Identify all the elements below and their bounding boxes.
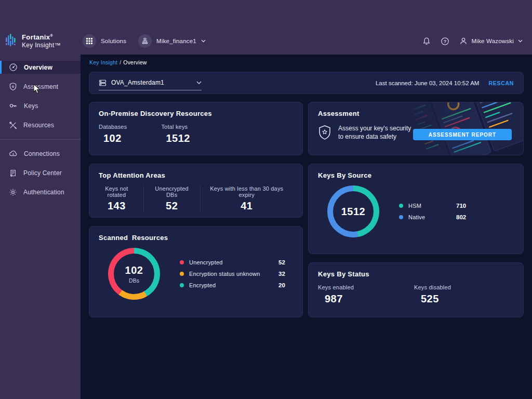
card-scanned-resources: Scanned Resources 102 DBs — [89, 226, 303, 317]
brand-product: Key Insight™ — [22, 42, 61, 49]
registered-mark: ® — [50, 34, 53, 37]
stat-databases: Databases 102 — [99, 124, 127, 144]
legend-dot — [180, 283, 184, 287]
tools-icon — [9, 121, 17, 129]
card-title: Scanned Resources — [99, 234, 293, 242]
brand-name: Fortanix — [22, 33, 50, 41]
card-assessment: Assessment Assess your key's security to… — [308, 102, 524, 155]
notifications-button[interactable] — [422, 37, 431, 46]
chevron-down-icon — [196, 81, 202, 85]
org-icon — [138, 34, 152, 48]
sidebar-item-label: Connections — [24, 150, 60, 157]
grid-icon — [83, 34, 96, 48]
donut-center: 102 DBs — [114, 254, 154, 294]
svg-text:?: ? — [443, 38, 446, 44]
user-name: Mike Wazowski — [472, 38, 514, 44]
legend-dot — [399, 215, 403, 219]
sidebar-item-label: Authentication — [23, 189, 64, 196]
cloud-icon — [9, 149, 18, 158]
sidebar-item-label: Resources — [23, 122, 54, 129]
top-header: Fortanix® Key Insight™ Solutions — [0, 0, 532, 55]
fortanix-logo-icon — [6, 33, 18, 49]
legend-item: HSM 710 — [399, 203, 466, 209]
assessment-description: Assess your key's security to ensure dat… — [338, 124, 411, 141]
sidebar-item-label: Keys — [24, 102, 38, 110]
card-title: On-Premise Discovery Resources — [99, 110, 293, 117]
card-keys-by-source: Keys By Source 1512 — [308, 164, 524, 254]
resource-select-value: OVA_Amsterdam1 — [111, 79, 164, 86]
card-title: Keys By Status — [318, 270, 514, 278]
main-content: Key Insight/Overview OVA_Amsterdam1 Last… — [81, 55, 532, 399]
sidebar-item-label: Assessment — [23, 83, 58, 90]
sidebar-item-assessment[interactable]: Assessment — [0, 80, 81, 93]
account-name: Mike_finance1 — [156, 38, 196, 44]
assessment-report-button[interactable]: ASSESSMENT REPORT — [413, 129, 512, 140]
card-title: Assessment — [318, 110, 514, 117]
shield-star-icon — [9, 82, 17, 91]
app-root: Fortanix® Key Insight™ Solutions — [0, 0, 532, 399]
sidebar-item-overview[interactable]: Overview — [0, 61, 81, 74]
stat-total-keys: Total keys 1512 — [161, 124, 190, 144]
legend-dot — [399, 204, 403, 208]
sidebar-item-resources[interactable]: Resources — [0, 118, 81, 131]
scanned-resources-legend: Unencrypted 52 Encryption status unknown… — [180, 259, 285, 288]
help-icon: ? — [441, 37, 449, 46]
donut-center: 1512 — [333, 191, 374, 232]
help-button[interactable]: ? — [441, 37, 449, 46]
donut-ring: 102 DBs — [108, 248, 160, 300]
stat-keys-expiring: Keys with less than 30 days expiry 41 — [200, 185, 294, 212]
legend-item: Encryption status unknown 32 — [180, 271, 285, 277]
chevron-down-icon — [518, 39, 523, 43]
card-top-attention-areas: Top Attention Areas Keys not rotated 143… — [89, 164, 303, 218]
legend-dot — [180, 260, 184, 264]
legend-item: Unencrypted 52 — [180, 259, 285, 265]
resource-select[interactable]: OVA_Amsterdam1 — [99, 79, 202, 90]
legend-item: Native 802 — [399, 214, 466, 220]
chevron-down-icon — [201, 39, 206, 43]
sidebar-item-keys[interactable]: Keys — [0, 99, 81, 112]
keys-by-source-legend: HSM 710 Native 802 — [399, 203, 466, 220]
fortanix-logo[interactable]: Fortanix® Key Insight™ — [0, 33, 81, 49]
stat-keys-enabled: Keys enabled 987 — [318, 284, 414, 305]
gear-icon — [9, 188, 17, 196]
card-title: Top Attention Areas — [99, 171, 293, 179]
fortanix-logo-text: Fortanix® Key Insight™ — [22, 33, 61, 49]
solutions-label: Solutions — [101, 38, 126, 44]
scan-toolbar: OVA_Amsterdam1 Last scanned: June 03, 20… — [89, 72, 524, 94]
card-discovery-resources: On-Premise Discovery Resources Databases… — [89, 102, 303, 155]
sidebar-item-policy-center[interactable]: Policy Center — [0, 166, 81, 179]
stat-unencrypted-dbs: Unencrypted DBs 52 — [143, 185, 200, 212]
card-title: Keys By Source — [318, 171, 514, 179]
last-scanned-text: Last scanned: June 03, 2024 10:52 AM — [376, 80, 479, 86]
breadcrumb-current: Overview — [123, 59, 147, 65]
database-icon — [99, 79, 107, 87]
scanned-resources-donut-chart: 102 DBs — [108, 248, 160, 300]
sidebar-item-label: Policy Center — [23, 169, 62, 177]
user-icon — [459, 37, 468, 45]
card-keys-by-status: Keys By Status Keys enabled 987 Keys dis… — [308, 262, 524, 317]
breadcrumb-root-link[interactable]: Key Insight — [89, 59, 117, 65]
sidebar-item-authentication[interactable]: Authentication — [0, 185, 81, 198]
stat-keys-not-rotated: Keys not rotated 143 — [99, 185, 143, 212]
key-icon — [9, 101, 18, 110]
sidebar-item-connections[interactable]: Connections — [0, 147, 81, 160]
breadcrumb-separator: / — [119, 59, 121, 65]
account-selector[interactable]: Mike_finance1 — [138, 34, 206, 48]
solutions-button[interactable]: Solutions — [83, 34, 126, 48]
sidebar-item-label: Overview — [24, 64, 52, 71]
sidebar: Overview Assessment Keys — [0, 55, 81, 399]
keys-by-source-donut-chart: 1512 — [327, 185, 379, 237]
bell-icon — [422, 37, 431, 46]
rescan-button[interactable]: RESCAN — [488, 80, 514, 86]
stat-keys-disabled: Keys disabled 525 — [414, 284, 451, 305]
shield-star-icon — [318, 125, 331, 140]
user-menu[interactable]: Mike Wazowski — [459, 37, 523, 45]
sidebar-divider — [0, 139, 81, 140]
gauge-icon — [9, 63, 18, 72]
donut-ring: 1512 — [327, 185, 379, 237]
policy-document-icon — [9, 169, 17, 177]
legend-dot — [180, 272, 184, 276]
breadcrumb: Key Insight/Overview — [89, 59, 524, 65]
legend-item: Encrypted 20 — [180, 282, 285, 288]
